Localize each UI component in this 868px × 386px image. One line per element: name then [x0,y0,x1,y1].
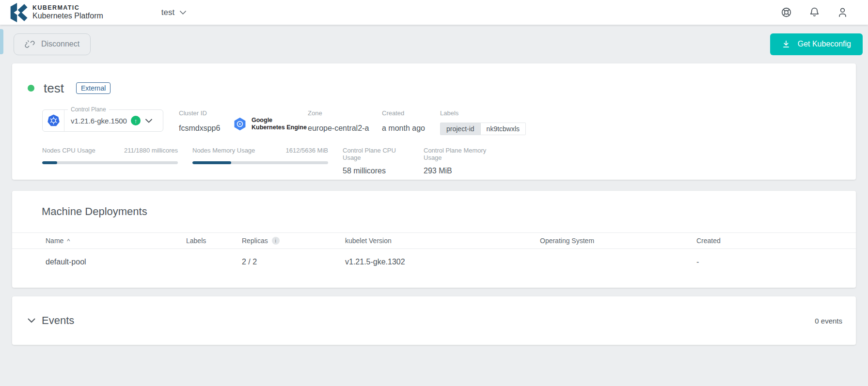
disconnect-button[interactable]: Disconnect [14,33,91,55]
brand-subtitle: Kubernetes Platform [32,12,103,20]
machine-deployments-card: Machine Deployments Name ^ Labels Replic… [12,191,856,288]
md-replicas-cell: 2 / 2 [242,258,345,266]
chevron-down-icon[interactable] [28,318,35,323]
events-count-badge: 0 events [815,317,842,325]
control-plane-cpu-usage: Control Plane CPU Usage 58 millicores [343,147,414,175]
zone-label: Zone [308,109,382,117]
nodes-memory-progress-bar [192,161,328,164]
created-value: a month ago [382,124,440,133]
nodes-cpu-usage-value: 211/1880 millicores [124,147,178,154]
cluster-id-value: fcsmdxspp6 [179,124,233,133]
control-plane-version-value: v1.21.6-gke.1500 [71,117,127,125]
cluster-toolbar: Disconnect Get Kubeconfig [0,25,868,63]
nodes-cpu-usage-label: Nodes CPU Usage [42,147,95,154]
project-selector[interactable]: test [161,8,186,17]
chevron-down-icon [180,11,186,15]
nodes-cpu-progress-bar [42,161,178,164]
label-chip-value: nk9tcbwxls [481,123,526,135]
control-plane-label: Control Plane [68,106,109,113]
column-header-operating-system: Operating System [540,237,696,245]
control-plane-version-select[interactable]: Control Plane v1.21.6-gke.1500 ↑ [42,109,163,132]
provider-field: Google Kubernetes Engine [233,116,308,132]
replicas-info-icon[interactable]: i [272,237,280,245]
column-header-created: Created [696,237,856,245]
app-header: KUBERMATIC Kubernetes Platform test [0,0,868,25]
control-plane-memory-usage: Control Plane Memory Usage 293 MiB [424,147,495,175]
zone-value: europe-central2-a [308,124,382,133]
machine-deployments-table: Name ^ Labels Replicas i kubelet Version… [12,232,856,275]
label-chip-key: project-id [440,123,481,135]
side-accent-strip [0,29,3,54]
table-header-row: Name ^ Labels Replicas i kubelet Version… [12,232,856,249]
column-header-name[interactable]: Name ^ [46,237,186,245]
chevron-down-icon [145,119,152,123]
column-header-replicas: Replicas i [242,237,345,245]
created-field: Created a month ago [382,109,440,133]
cp-cpu-usage-value: 58 millicores [343,167,414,175]
events-title: Events [42,314,74,327]
nodes-memory-usage-value: 1612/5636 MiB [286,147,328,154]
project-selector-label: test [161,8,174,17]
gke-provider-icon [233,116,247,132]
external-cluster-badge: External [76,82,110,94]
events-panel[interactable]: Events 0 events [12,296,856,345]
nodes-cpu-usage: Nodes CPU Usage 211/1880 millicores [42,147,178,164]
cluster-summary-card: test External Control Plane [12,63,856,180]
labels-label: Labels [440,109,526,117]
column-header-labels: Labels [186,237,242,245]
kubermatic-logo-icon [9,2,28,23]
machine-deployments-title: Machine Deployments [42,205,856,218]
md-kubelet-version-cell: v1.21.5-gke.1302 [345,258,540,266]
labels-field: Labels project-id nk9tcbwxls [440,109,526,135]
brand-name: KUBERMATIC [32,4,103,11]
machine-deployment-row[interactable]: default-pool 2 / 2 v1.21.5-gke.1302 - [12,249,856,275]
kubernetes-icon [43,110,64,131]
nodes-memory-progress-fill [192,161,231,164]
nodes-memory-usage: Nodes Memory Usage 1612/5636 MiB [192,147,328,164]
disconnect-button-label: Disconnect [41,40,79,48]
get-kubeconfig-button-label: Get Kubeconfig [798,40,851,48]
cluster-health-status-dot [28,85,34,92]
download-icon [782,40,790,48]
brand-text: KUBERMATIC Kubernetes Platform [32,4,103,20]
upgrade-available-icon[interactable]: ↑ [131,116,141,125]
cp-memory-usage-label: Control Plane Memory Usage [424,147,495,161]
sort-ascending-icon: ^ [67,237,70,245]
created-label: Created [382,109,440,117]
cluster-name: test [44,81,64,96]
cluster-id-label: Cluster ID [179,109,233,117]
zone-field: Zone europe-central2-a [308,109,382,133]
link-off-icon [25,39,35,49]
cluster-id-field: Cluster ID fcsmdxspp6 [179,109,233,133]
user-account-icon[interactable] [836,6,849,18]
column-header-kubelet-version: kubelet Version [345,237,540,245]
nodes-memory-usage-label: Nodes Memory Usage [192,147,255,154]
provider-name: Google Kubernetes Engine [252,117,307,132]
md-created-cell: - [696,258,856,266]
nodes-cpu-progress-fill [42,161,57,164]
cp-memory-usage-value: 293 MiB [424,167,495,175]
md-name-cell: default-pool [46,258,186,266]
cp-cpu-usage-label: Control Plane CPU Usage [343,147,414,161]
help-icon[interactable] [780,6,792,18]
notifications-bell-icon[interactable] [808,6,821,18]
get-kubeconfig-button[interactable]: Get Kubeconfig [770,33,863,55]
